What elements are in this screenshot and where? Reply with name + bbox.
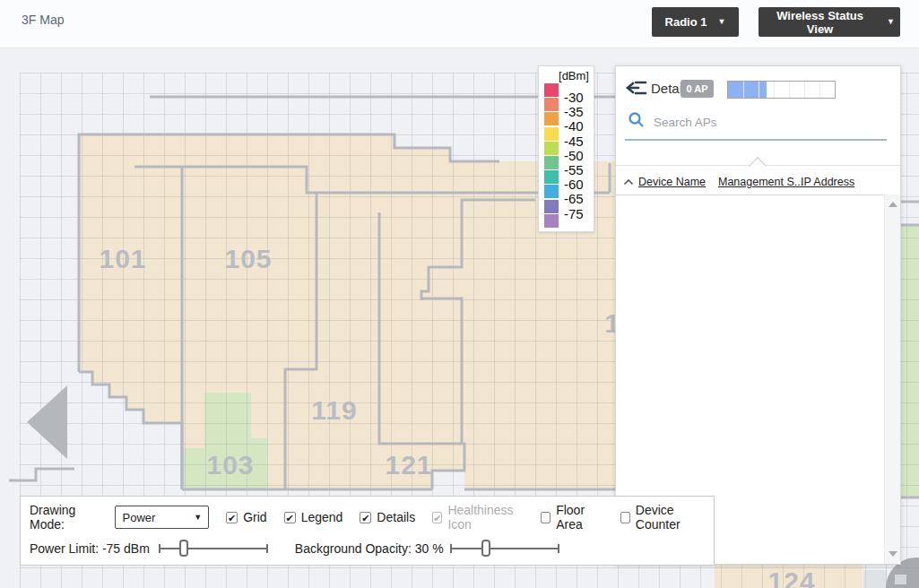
scroll-up-button[interactable] bbox=[889, 202, 897, 207]
checkbox-box[interactable]: ✔ bbox=[360, 512, 371, 523]
checkbox-label: Floor Area bbox=[556, 503, 603, 532]
progress-segment-divider bbox=[743, 82, 744, 98]
legend-title: [dBm] bbox=[559, 69, 589, 82]
legend-tick-label: -40 bbox=[564, 119, 584, 134]
checkbox-label: Grid bbox=[243, 510, 266, 524]
checkbox-box[interactable]: ✔ bbox=[284, 512, 296, 523]
search-icon bbox=[628, 111, 645, 128]
background-opacity-label: Background Opacity: 30 % bbox=[295, 541, 444, 556]
legend-swatch bbox=[544, 112, 559, 125]
legend-swatch bbox=[544, 127, 559, 141]
checkbox-label: Legend bbox=[301, 510, 343, 524]
view-dropdown-label: Wireless Status View bbox=[764, 9, 876, 36]
legend-tick-label: -60 bbox=[564, 177, 584, 192]
chevron-down-icon: ▼ bbox=[887, 18, 895, 26]
column-header-management-s[interactable]: Management S... bbox=[718, 176, 803, 188]
checkbox-box[interactable] bbox=[620, 512, 630, 523]
legend-tick-label: -35 bbox=[564, 105, 584, 119]
radio-dropdown-button[interactable]: Radio 1 ▼ bbox=[652, 7, 739, 37]
legend-swatch bbox=[544, 83, 559, 97]
legend-swatch bbox=[544, 200, 559, 213]
table-scrollbar[interactable] bbox=[884, 195, 900, 564]
chevron-down-icon: ▼ bbox=[194, 513, 202, 522]
slider-track bbox=[450, 548, 559, 549]
checkbox-label: Healthiness Icon bbox=[447, 503, 524, 532]
column-header-device-name[interactable]: Device Name bbox=[638, 176, 706, 188]
legend-tick-label: -45 bbox=[564, 134, 584, 149]
dbm-legend: [dBm] -30-35-40-45-50-55-60-65-75 bbox=[538, 65, 594, 232]
checkbox-legend[interactable]: ✔Legend bbox=[284, 510, 343, 524]
background-opacity-slider[interactable] bbox=[450, 540, 559, 558]
power-limit-slider[interactable] bbox=[159, 540, 268, 558]
search-underline bbox=[625, 139, 887, 141]
checkbox-grid[interactable]: ✔Grid bbox=[226, 510, 266, 524]
legend-tick-label: -30 bbox=[564, 91, 584, 105]
legend-tick-label: -65 bbox=[564, 192, 584, 206]
drawing-mode-value: Power bbox=[123, 511, 156, 524]
legend-swatch bbox=[544, 214, 559, 228]
page-title: 3F Map bbox=[22, 13, 64, 27]
chevron-down-icon: ▼ bbox=[718, 18, 726, 26]
view-dropdown-button[interactable]: Wireless Status View ▼ bbox=[759, 7, 900, 37]
progress-segment-divider bbox=[759, 82, 759, 98]
checkbox-device-counter[interactable]: Device Counter bbox=[620, 503, 707, 532]
radio-dropdown-label: Radio 1 bbox=[665, 15, 707, 29]
layer-checkboxes: ✔Grid✔Legend✔Details✔Healthiness IconFlo… bbox=[226, 503, 707, 532]
progress-segment-divider bbox=[789, 82, 790, 98]
power-limit-slider-thumb[interactable] bbox=[179, 540, 188, 557]
progress-segment-divider bbox=[804, 82, 805, 98]
progress-segment-divider bbox=[819, 82, 820, 98]
scroll-down-button[interactable] bbox=[889, 551, 897, 557]
checkbox-floor-area[interactable]: Floor Area bbox=[541, 503, 603, 532]
legend-swatch bbox=[544, 185, 559, 198]
legend-tick-label: -50 bbox=[564, 149, 584, 163]
header: 3F Map Radio 1 ▼ Wireless Status View ▼ bbox=[0, 0, 919, 48]
slider-track bbox=[159, 548, 268, 549]
progress-fill bbox=[728, 82, 767, 98]
progress-segment-divider bbox=[774, 82, 775, 98]
checkbox-box: ✔ bbox=[432, 512, 442, 523]
checkbox-healthiness-icon: ✔Healthiness Icon bbox=[432, 503, 524, 532]
legend-swatch bbox=[544, 156, 559, 169]
checkbox-box[interactable]: ✔ bbox=[226, 512, 238, 523]
checkbox-label: Details bbox=[377, 510, 415, 524]
legend-swatch bbox=[544, 98, 559, 111]
background-opacity-slider-thumb[interactable] bbox=[481, 540, 490, 557]
checkbox-box[interactable] bbox=[541, 512, 551, 523]
power-limit-label: Power Limit: -75 dBm bbox=[30, 541, 150, 556]
checkbox-label: Device Counter bbox=[636, 503, 707, 532]
drawing-mode-label: Drawing Mode: bbox=[30, 503, 107, 532]
checkbox-details[interactable]: ✔Details bbox=[360, 510, 415, 524]
collapse-details-button[interactable] bbox=[626, 80, 647, 96]
drawing-mode-select[interactable]: Power ▼ bbox=[115, 506, 210, 529]
ap-count-badge: 0 AP bbox=[681, 80, 714, 98]
legend-swatch bbox=[544, 142, 559, 155]
map-controls-panel: Drawing Mode: Power ▼ ✔Grid✔Legend✔Detai… bbox=[20, 496, 715, 566]
column-header-ip-address[interactable]: IP Address bbox=[801, 176, 854, 188]
legend-tick-label: -75 bbox=[564, 207, 584, 221]
ap-capacity-progress-bar bbox=[727, 81, 836, 99]
ap-table-header: Device NameManagement S...IP Address bbox=[616, 171, 885, 195]
legend-tick-label: -55 bbox=[564, 163, 584, 177]
sort-ascending-icon bbox=[623, 178, 634, 186]
legend-swatch bbox=[544, 170, 559, 184]
collapse-arrow-icon bbox=[626, 80, 647, 96]
details-panel: Details 0 AP Device NameManagement S...I… bbox=[615, 65, 901, 565]
search-aps-input[interactable] bbox=[652, 111, 880, 133]
